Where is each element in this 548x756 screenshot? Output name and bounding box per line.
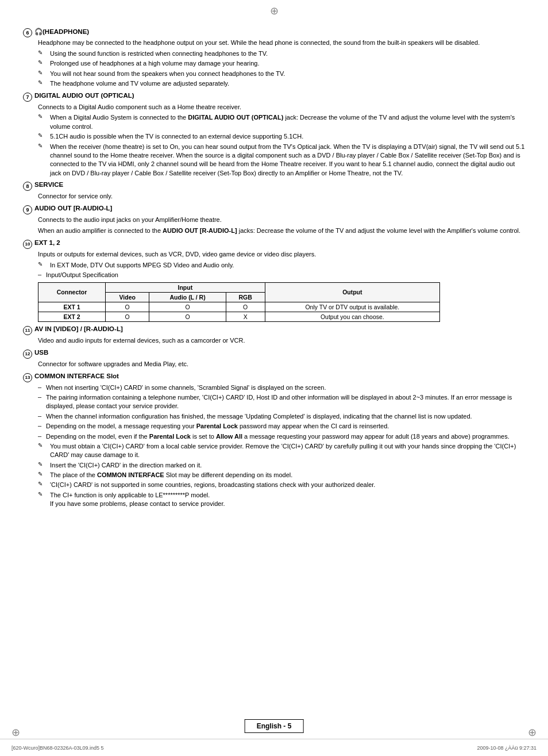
note-text: You must obtain a 'CI(CI+) CARD' from a … xyxy=(50,442,525,460)
table-cell-audio: O xyxy=(149,312,226,321)
section-audio-out: 9 AUDIO OUT [R-AUDIO-L] Connects to the … xyxy=(23,205,525,236)
table-cell-rgb: O xyxy=(226,302,265,312)
table-cell-video: O xyxy=(105,302,149,312)
table-header-input: Input xyxy=(105,282,265,292)
section-common-interface: 13 COMMON INTERFACE Slot – When not inse… xyxy=(23,373,525,509)
section-num-7: 7 xyxy=(23,93,32,102)
note-item: ✎ The place of the COMMON INTERFACE Slot… xyxy=(38,471,525,479)
note-item: ✎ When a Digital Audio System is connect… xyxy=(38,113,525,131)
table-subheader-audio: Audio (L / R) xyxy=(149,292,226,302)
table-subheader-rgb: RGB xyxy=(226,292,265,302)
note-item: ✎ You must obtain a 'CI(CI+) CARD' from … xyxy=(38,442,525,460)
note-item: ✎ The headphone volume and TV volume are… xyxy=(38,79,525,88)
note-icon: ✎ xyxy=(38,481,48,487)
dash-text: Depending on the model, a message reques… xyxy=(46,422,525,431)
note-icon: ✎ xyxy=(38,70,48,76)
note-text: 5.1CH audio is possible when the TV is c… xyxy=(50,132,525,141)
note-item: ✎ 5.1CH audio is possible when the TV is… xyxy=(38,132,525,141)
table-cell-rgb: X xyxy=(226,312,265,321)
dash-icon: – xyxy=(38,412,46,419)
dash-icon: – xyxy=(38,393,46,400)
bottom-left-crosshatch-icon: ⊕ xyxy=(11,726,20,739)
dash-text: When the channel information configurati… xyxy=(46,412,525,421)
section-9-body2: When an audio amplifier is connected to … xyxy=(38,227,525,236)
section-digital-audio: 7 DIGITAL AUDIO OUT (OPTICAL) Connects t… xyxy=(23,92,525,178)
section-num-11: 11 xyxy=(23,326,32,335)
section-av-in: 11 AV IN [VIDEO] / [R-AUDIO-L] Video and… xyxy=(23,325,525,346)
note-item: ✎ 'CI(CI+) CARD' is not supported in som… xyxy=(38,481,525,489)
note-text: The headphone volume and TV volume are a… xyxy=(50,79,525,88)
dash-text: The pairing information containing a tel… xyxy=(46,393,525,411)
note-icon: ✎ xyxy=(38,461,48,467)
section-num-12: 12 xyxy=(23,350,32,359)
section-title-9: AUDIO OUT [R-AUDIO-L] xyxy=(34,205,112,212)
footer-right-text: 2009-10-08 ¿ÀÀü 9:27:31 xyxy=(477,745,537,751)
section-headphone: 6 🎧(HEADPHONE) Headphone may be connecte… xyxy=(23,28,525,89)
note-icon: ✎ xyxy=(38,143,48,149)
spec-table: Connector Input Output Video Audio (L / … xyxy=(38,282,440,322)
note-text: Using the sound function is restricted w… xyxy=(50,49,525,58)
note-icon: ✎ xyxy=(38,261,48,267)
section-8-body: Connector for service only. xyxy=(38,192,525,201)
dash-item: – When not inserting 'CI(CI+) CARD' in s… xyxy=(38,383,525,392)
section-title-10: EXT 1, 2 xyxy=(34,239,60,246)
table-cell-output: Output you can choose. xyxy=(265,312,439,321)
dash-item: – When the channel information configura… xyxy=(38,412,525,421)
note-item: ✎ In EXT Mode, DTV Out supports MPEG SD … xyxy=(38,261,525,270)
dash-item: – Input/Output Specification xyxy=(38,271,525,279)
dash-text: Depending on the model, even if the Pare… xyxy=(46,432,525,441)
section-6-body: Headphone may be connected to the headph… xyxy=(38,39,525,48)
section-num-6: 6 xyxy=(23,28,32,37)
table-header-connector: Connector xyxy=(38,282,106,302)
section-title-11: AV IN [VIDEO] / [R-AUDIO-L] xyxy=(34,325,123,332)
section-num-10: 10 xyxy=(23,240,32,249)
section-title-8: SERVICE xyxy=(34,181,63,188)
footer-bar: [620-Wcuro]BN68-02326A-03L09.ind5 5 2009… xyxy=(0,739,548,756)
dash-text: Input/Output Specification xyxy=(46,271,525,279)
section-service: 8 SERVICE Connector for service only. xyxy=(23,181,525,201)
section-title-12: USB xyxy=(34,349,48,356)
table-header-output: Output xyxy=(265,282,439,302)
dash-text: When not inserting 'CI(CI+) CARD' in som… xyxy=(46,383,525,392)
note-item: ✎ The CI+ function is only applicable to… xyxy=(38,491,525,509)
bottom-right-crosshatch-icon: ⊕ xyxy=(528,726,537,739)
top-crosshatch-icon: ⊕ xyxy=(270,5,279,17)
footer-left-text: [620-Wcuro]BN68-02326A-03L09.ind5 5 xyxy=(11,745,104,751)
section-usb: 12 USB Connector for software upgrades a… xyxy=(23,349,525,369)
table-cell-connector: EXT 2 xyxy=(38,312,106,321)
note-icon: ✎ xyxy=(38,59,48,66)
section-title-6: 🎧(HEADPHONE) xyxy=(34,28,89,36)
note-item: ✎ When the receiver (home theatre) is se… xyxy=(38,143,525,178)
note-text: Prolonged use of headphones at a high vo… xyxy=(50,59,525,68)
dash-item: – Depending on the model, even if the Pa… xyxy=(38,432,525,441)
section-11-body: Video and audio inputs for external devi… xyxy=(38,336,525,346)
section-title-7: DIGITAL AUDIO OUT (OPTICAL) xyxy=(34,92,134,99)
table-subheader-video: Video xyxy=(105,292,149,302)
note-item: ✎ Insert the 'CI(CI+) CARD' in the direc… xyxy=(38,461,525,470)
note-icon: ✎ xyxy=(38,132,48,139)
page-label-container: English - 5 xyxy=(245,719,304,733)
dash-item: – The pairing information containing a t… xyxy=(38,393,525,411)
page-label: English - 5 xyxy=(245,719,304,733)
note-icon: ✎ xyxy=(38,49,48,56)
page: ⊕ 6 🎧(HEADPHONE) Headphone may be connec… xyxy=(0,0,548,756)
section-7-body: Connects to a Digital Audio component su… xyxy=(38,103,525,112)
dash-icon: – xyxy=(38,422,46,429)
table-cell-connector: EXT 1 xyxy=(38,302,106,312)
dash-icon: – xyxy=(38,383,46,390)
note-icon: ✎ xyxy=(38,471,48,477)
note-item: ✎ You will not hear sound from the speak… xyxy=(38,70,525,78)
table-row: EXT 1 O O O Only TV or DTV output is ava… xyxy=(38,302,440,312)
section-9-body: Connects to the audio input jacks on you… xyxy=(38,216,525,225)
section-num-8: 8 xyxy=(23,182,32,191)
note-text: In EXT Mode, DTV Out supports MPEG SD Vi… xyxy=(50,261,525,270)
dash-item: – Depending on the model, a message requ… xyxy=(38,422,525,431)
section-num-13: 13 xyxy=(23,373,32,382)
note-item: ✎ Using the sound function is restricted… xyxy=(38,49,525,58)
dash-icon: – xyxy=(38,432,46,439)
note-text: When the receiver (home theatre) is set … xyxy=(50,143,525,178)
note-icon: ✎ xyxy=(38,491,48,497)
note-text: When a Digital Audio System is connected… xyxy=(50,113,525,131)
section-12-body: Connector for software upgrades and Medi… xyxy=(38,360,525,369)
section-num-9: 9 xyxy=(23,205,32,214)
